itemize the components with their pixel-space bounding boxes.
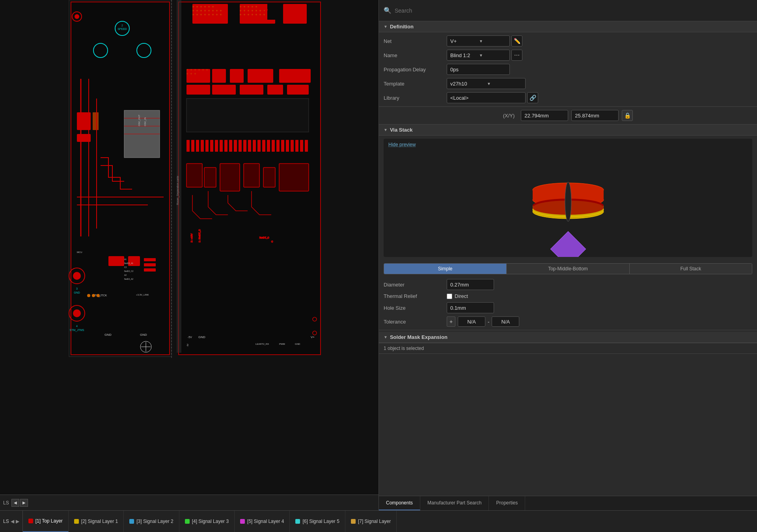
svg-rect-129 [215,140,218,152]
tolerance-val2-input[interactable] [492,316,519,327]
svg-rect-146 [295,140,298,152]
diameter-label: Diameter [384,282,447,288]
name-more-button[interactable]: ⋯ [511,50,522,61]
svg-rect-124 [191,140,194,152]
nav-left[interactable]: ◀ [11,519,14,524]
hole-size-label: Hole Size [384,305,447,311]
svg-rect-71 [212,10,214,11]
search-input[interactable] [395,7,752,14]
layer-tab-signal-2[interactable]: [3] Signal Layer 2 [124,511,179,532]
tolerance-plus-button[interactable]: + [447,316,455,327]
svg-rect-78 [208,14,210,15]
y-input[interactable] [571,110,619,121]
svg-rect-134 [239,140,242,152]
bottom-layer-tabs: LS ◀ ▶ [1] Top Layer [2] Signal Layer 1 … [0,510,757,532]
library-dropdown[interactable]: <Local> [447,92,526,103]
layer-tab-signal-3[interactable]: [4] Signal Layer 3 [179,511,235,532]
nav-right[interactable]: ▶ [16,519,19,524]
svg-rect-87 [240,10,241,11]
svg-text:2 : +10V: 2 : +10V [190,233,193,242]
svg-rect-60 [192,6,194,7]
svg-rect-118 [212,85,236,95]
via-properties: Diameter Thermal Relief Direct Hole Size… [379,277,757,328]
svg-rect-85 [252,6,253,7]
svg-rect-151 [220,164,240,191]
svg-text:NetD2_C2: NetD2_C2 [124,270,134,272]
search-bar: 🔍 [379,0,757,21]
svg-rect-133 [234,140,237,152]
tab-full-stack[interactable]: Full Stack [630,264,752,274]
panel-tab-manufacturer-part-search[interactable]: Manufacturer Part Search [420,496,489,510]
svg-text:4: 4 [76,325,78,327]
layer-tab-signal-1[interactable]: [2] Signal Layer 1 [69,511,124,532]
tab-simple[interactable]: Simple [384,264,507,274]
svg-rect-81 [220,14,222,15]
svg-text:A1: A1 [124,258,127,260]
top-layer-label: [1] Top Layer [35,518,63,524]
prev-arrow[interactable]: ◀ [11,499,19,507]
signal-layer-5-color [295,519,300,524]
svg-rect-97 [252,14,253,15]
net-dropdown[interactable]: V+ ▼ [447,35,510,47]
propagation-delay-input[interactable] [447,64,510,75]
library-value-container: <Local> 🔗 [447,92,752,103]
solder-mask-section-header[interactable]: ▼ Solder Mask Expansion [379,332,757,343]
svg-text:OSC_IN: OSC_IN [144,117,146,126]
panel-tab-components[interactable]: Components [379,496,420,510]
svg-rect-76 [200,14,202,15]
svg-rect-79 [212,14,214,15]
template-value-container: v27h10 ▼ [447,78,752,89]
svg-rect-84 [248,6,249,7]
diameter-input[interactable] [447,279,494,290]
layer-tab-top-layer[interactable]: [1] Top Layer [23,511,69,532]
svg-rect-122 [186,99,309,132]
tolerance-val1-input[interactable] [458,316,485,327]
library-link-button[interactable]: 🔗 [527,92,538,103]
layer-tab-signal-5[interactable]: [6] Signal Layer 5 [290,511,345,532]
signal-layer-2-color [129,519,134,524]
hide-preview-link[interactable]: Hide preview [384,139,420,151]
hole-size-input[interactable] [447,302,494,313]
svg-text:STM_JTMS: STM_JTMS [70,329,84,332]
svg-rect-103 [186,69,210,83]
panel-tab-properties[interactable]: Properties [489,496,525,510]
signal-layer-1-label: [2] Signal Layer 1 [81,519,118,524]
svg-rect-89 [248,10,249,11]
svg-rect-121 [287,85,309,95]
search-icon: 🔍 [384,7,392,14]
svg-rect-120 [267,85,283,95]
svg-point-179 [565,182,571,221]
thermal-relief-checkbox[interactable] [447,294,452,299]
net-edit-button[interactable]: ✏️ [511,35,522,47]
next-arrow[interactable]: ▶ [20,499,28,507]
template-dropdown[interactable]: v27h10 ▼ [447,78,526,89]
ls-text: LS [3,519,9,524]
xy-lock-button[interactable]: 🔒 [622,110,633,121]
svg-rect-138 [257,140,261,152]
layer-tab-signal-6[interactable]: [7] Signal Layer [345,511,397,532]
svg-point-25 [73,309,81,317]
svg-rect-70 [208,10,210,11]
svg-rect-105 [230,69,244,83]
x-input[interactable] [521,110,568,121]
layer-tab-signal-4[interactable]: [5] Signal Layer 4 [235,511,290,532]
tab-top-middle-bottom[interactable]: Top-Middle-Bottom [507,264,629,274]
signal-layer-6-label: [7] Signal Layer [358,519,391,524]
via-stack-tab-row: Simple Top-Middle-Bottom Full Stack [384,263,752,274]
svg-point-36 [97,294,100,297]
name-dropdown[interactable]: Blind 1:2 ▼ [447,50,510,61]
tolerance-row: Tolerance + - [384,316,752,327]
definition-section-header[interactable]: ▼ Definition [379,21,757,32]
svg-text:A2: A2 [124,274,127,276]
pcb-canvas[interactable]: 2 SPEED [0,0,378,510]
svg-point-35 [92,294,95,297]
svg-rect-59 [267,4,283,20]
svg-rect-119 [240,85,263,95]
svg-rect-58 [228,4,240,20]
svg-rect-92 [259,10,261,11]
panel-footer-tabs: Components Manufacturer Part Search Prop… [379,496,757,510]
via-stack-section-header[interactable]: ▼ Via Stack [379,125,757,136]
name-dropdown-value: Blind 1:2 [450,52,477,58]
svg-rect-44 [144,258,156,261]
svg-rect-61 [196,6,198,7]
